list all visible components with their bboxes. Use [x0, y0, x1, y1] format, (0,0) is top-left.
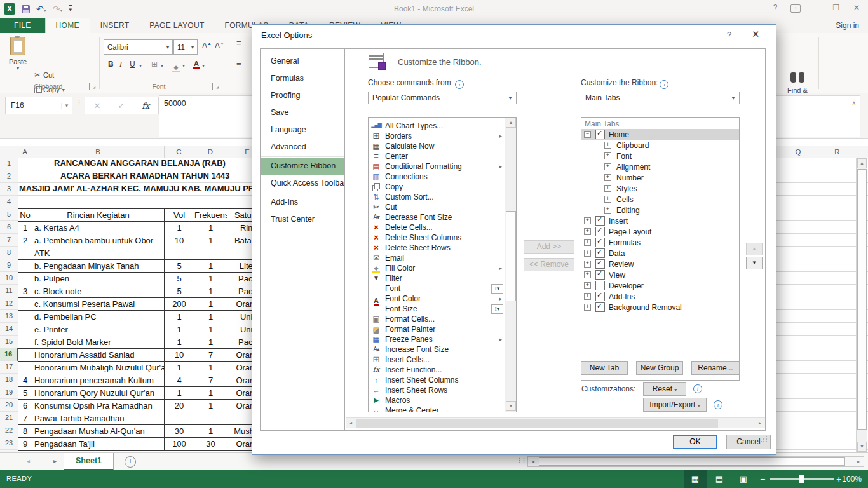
command-conditional-formatting[interactable]: Conditional Formatting▸	[369, 161, 516, 172]
cell-no[interactable]: 8	[18, 425, 32, 438]
row-header-21[interactable]: 21	[0, 412, 18, 424]
tree-item-insert[interactable]: +Insert	[581, 215, 739, 226]
vertical-scrollbar[interactable]: ▲ ▼	[856, 158, 867, 452]
info-icon[interactable]: i	[714, 400, 722, 409]
cell-no[interactable]: 4	[18, 374, 32, 387]
expand-icon[interactable]: +	[584, 261, 591, 268]
tree-item-alignment[interactable]: +Alignment	[581, 161, 739, 172]
import-export-button[interactable]: Import/Export ▾	[643, 398, 707, 412]
tree-item-developer[interactable]: +Developer	[581, 280, 739, 291]
row-header-1[interactable]: 1	[0, 158, 18, 170]
align-left-icon[interactable]: ≡	[236, 58, 241, 68]
cell-kegiatan[interactable]: Honorarium Assatid Sanlad	[32, 349, 165, 362]
expand-icon[interactable]: +	[584, 217, 591, 224]
cell-vol[interactable]: 1	[165, 387, 194, 400]
underline-dropdown-icon[interactable]: ▾	[139, 63, 142, 69]
row-header-16[interactable]: 16	[0, 348, 18, 361]
checkbox-background-removal[interactable]	[595, 302, 605, 312]
cell-kegiatan[interactable]: Konsumsi Opsih Pra Ramadhan	[32, 400, 165, 412]
row-header-23[interactable]: 23	[0, 437, 18, 450]
command-connections[interactable]: Connections	[369, 172, 516, 182]
expand-icon[interactable]: +	[604, 207, 611, 214]
cell-no[interactable]: 5	[18, 387, 32, 400]
tree-item-data[interactable]: +Data	[581, 248, 739, 259]
cell-vol[interactable]: 10	[165, 349, 194, 362]
zoom-slider-thumb[interactable]	[799, 475, 804, 483]
dialog-resize-grip[interactable]	[761, 441, 762, 442]
expand-icon[interactable]: +	[604, 142, 611, 149]
cell-frek[interactable]: 1	[194, 400, 227, 412]
row-header-15[interactable]: 15	[0, 336, 18, 348]
options-nav-trust-center[interactable]: Trust Center	[261, 211, 344, 228]
cancel-entry-icon[interactable]: ✕	[94, 101, 101, 111]
cell-no[interactable]	[18, 336, 32, 349]
cell-kegiatan[interactable]: b. Pengadaan Minyak Tanah	[32, 260, 165, 273]
expand-icon[interactable]: +	[584, 304, 591, 311]
horizontal-scrollbar-thumb[interactable]	[539, 458, 845, 466]
fill-color-button[interactable]: ◆	[172, 64, 180, 72]
command-format-painter[interactable]: Format Painter	[369, 324, 516, 334]
command-delete-cells[interactable]: Delete Cells...	[369, 222, 516, 233]
row-header-19[interactable]: 19	[0, 386, 18, 399]
command-custom-sort[interactable]: Custom Sort...	[369, 192, 516, 202]
command-merge-center[interactable]: Merge & Center	[369, 405, 516, 412]
collapse-icon[interactable]: −	[584, 131, 591, 138]
cell-kegiatan[interactable]: b. Pulpen	[32, 273, 165, 285]
cell-vol[interactable]: 5	[165, 260, 194, 273]
command-insert-sheet-rows[interactable]: Insert Sheet Rows	[369, 385, 516, 395]
row-header-10[interactable]: 10	[0, 272, 18, 285]
checkbox-formulas[interactable]	[595, 238, 605, 247]
row-header-2[interactable]: 2	[0, 170, 18, 183]
cell-no[interactable]	[18, 323, 32, 336]
command-insert-function[interactable]: Insert Function...	[369, 365, 516, 375]
command-delete-sheet-columns[interactable]: Delete Sheet Columns	[369, 233, 516, 243]
command-delete-sheet-rows[interactable]: Delete Sheet Rows	[369, 243, 516, 253]
cell-vol[interactable]: 200	[165, 298, 194, 311]
cell-kegiatan[interactable]: e. Printer	[32, 323, 165, 336]
borders-dropdown-icon[interactable]: ▾	[161, 63, 163, 69]
column-header-a[interactable]: A	[18, 146, 32, 158]
options-nav-customize-ribbon[interactable]: Customize Ribbon	[261, 158, 344, 175]
cell-vol[interactable]	[165, 412, 194, 425]
new-group-button[interactable]: New Group	[636, 361, 683, 375]
tree-item-home[interactable]: −Home	[581, 129, 739, 140]
close-button[interactable]: ✕	[848, 0, 865, 15]
command-font-color[interactable]: Font Color▸	[369, 294, 516, 304]
checkbox-review[interactable]	[595, 259, 605, 269]
tree-item-clipboard[interactable]: +Clipboard	[581, 140, 739, 151]
vertical-scrollbar-thumb[interactable]	[857, 169, 867, 430]
cell-kegiatan[interactable]: Pawai Tarhib Ramadhan	[32, 412, 165, 425]
tree-item-page-layout[interactable]: +Page Layout	[581, 226, 739, 237]
font-color-dropdown-icon[interactable]: ▾	[202, 63, 205, 69]
command-decrease-font-size[interactable]: Decrease Font Size	[369, 212, 516, 222]
commands-list-scrollbar[interactable]: ▲ ▼	[505, 118, 516, 412]
insert-function-icon[interactable]: fx	[142, 101, 149, 111]
tree-item-add-ins[interactable]: +Add-Ins	[581, 291, 739, 302]
cell-no[interactable]	[18, 362, 32, 374]
cell-no[interactable]: 3	[18, 285, 32, 298]
cell-kegiatan[interactable]: Pengadaan Ta'jil	[32, 438, 165, 451]
ribbon-display-options-button[interactable]: ↑	[787, 0, 804, 15]
cell-frek[interactable]: 7	[194, 374, 227, 387]
command-cut[interactable]: Cut	[369, 202, 516, 212]
cell-no[interactable]: 1	[18, 222, 32, 234]
cell-frek[interactable]: 1	[194, 311, 227, 323]
cell-vol[interactable]: 1	[165, 362, 194, 374]
row-header-13[interactable]: 13	[0, 310, 18, 323]
cell-vol[interactable]: 4	[165, 374, 194, 387]
tree-item-cells[interactable]: +Cells	[581, 194, 739, 205]
cell-kegiatan[interactable]: c. Konsumsi Peserta Pawai	[32, 298, 165, 311]
row-header-17[interactable]: 17	[0, 361, 18, 374]
row-header-9[interactable]: 9	[0, 259, 18, 272]
dialog-close-icon[interactable]: ✕	[752, 29, 760, 40]
cell-vol[interactable]: Vol	[165, 209, 194, 222]
next-sheet-icon[interactable]: ▸	[53, 458, 57, 464]
expand-icon[interactable]: +	[584, 293, 591, 300]
choose-commands-dropdown[interactable]: Popular Commands ▼	[368, 92, 517, 104]
expand-icon[interactable]: +	[604, 174, 611, 181]
page-break-view-button[interactable]: ▣	[732, 470, 755, 488]
tab-file[interactable]: FILE	[0, 18, 45, 33]
cell-frek[interactable]: 1	[194, 323, 227, 336]
font-size-combobox[interactable]: 11▾	[173, 39, 198, 55]
horizontal-scrollbar[interactable]: ◂ ▸	[527, 456, 864, 467]
